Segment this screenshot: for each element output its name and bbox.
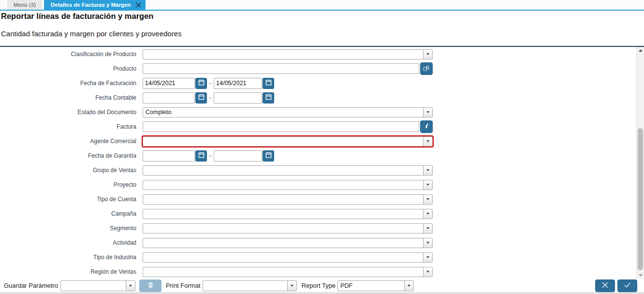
fecha-contable-to-calendar-button[interactable] xyxy=(263,92,274,103)
factura-input[interactable] xyxy=(143,121,419,132)
fecha-de-garantia-label: Fecha de Garantía xyxy=(0,152,140,159)
product-search-icon xyxy=(423,65,430,73)
save-parameter-value xyxy=(61,281,126,291)
campana-combo[interactable] xyxy=(143,209,433,219)
agente-comercial-value xyxy=(143,137,423,146)
fecha-de-garantia-to-calendar-button[interactable] xyxy=(263,150,274,162)
form-row-agente-comercial: Agente Comercial xyxy=(0,134,636,148)
producto-input[interactable] xyxy=(143,63,419,74)
chevron-down-icon[interactable] xyxy=(423,50,432,59)
vertical-scrollbar[interactable] xyxy=(636,47,644,279)
agente-comercial-combo[interactable] xyxy=(143,136,433,147)
record-search-icon xyxy=(423,123,430,131)
producto-field xyxy=(143,62,433,75)
form-row-region-de-ventas: Región de Ventas xyxy=(0,265,636,279)
report-type-combo[interactable]: PDF xyxy=(337,280,414,291)
param-form: Clasificación de ProductoProductoFecha d… xyxy=(0,47,636,279)
chevron-down-icon[interactable] xyxy=(423,253,432,262)
tab-menu[interactable]: Menú (3) xyxy=(7,0,42,10)
agente-comercial-field xyxy=(143,136,433,147)
fecha-contable-field: - xyxy=(143,92,274,103)
producto-lookup-button[interactable] xyxy=(420,62,433,75)
report-type-value: PDF xyxy=(338,281,404,291)
tipo-de-industria-combo[interactable] xyxy=(143,252,433,263)
proyecto-value xyxy=(143,180,423,190)
region-de-ventas-combo[interactable] xyxy=(143,267,433,277)
estado-del-documento-combo[interactable]: Completo xyxy=(143,107,433,118)
fecha-de-facturacion-field: - xyxy=(143,78,274,89)
tipo-de-industria-label: Tipo de Industria xyxy=(0,254,140,261)
calendar-icon xyxy=(198,93,205,102)
fecha-de-garantia-from-input[interactable] xyxy=(143,150,195,162)
factura-lookup-button[interactable] xyxy=(420,120,433,133)
chevron-down-icon[interactable] xyxy=(423,224,432,233)
scroll-down-button[interactable] xyxy=(637,274,644,277)
save-parameter-label: Guardar Parámetro xyxy=(4,282,58,289)
chevron-down-icon[interactable] xyxy=(423,209,432,219)
calendar-icon xyxy=(265,151,272,160)
tab-close-icon[interactable] xyxy=(135,2,142,8)
actividad-combo[interactable] xyxy=(143,238,433,248)
chevron-down-icon[interactable] xyxy=(423,180,432,190)
scroll-thumb[interactable] xyxy=(638,128,643,270)
fecha-de-garantia-to-input[interactable] xyxy=(214,150,262,162)
fecha-contable-from-input[interactable] xyxy=(143,92,195,103)
fecha-de-facturacion-to-input[interactable] xyxy=(214,78,262,89)
window-bottom-edge xyxy=(0,292,644,294)
fecha-de-facturacion-from-input[interactable] xyxy=(143,78,195,89)
chevron-up-icon xyxy=(639,49,643,52)
tipo-de-industria-value xyxy=(143,253,423,262)
clasificacion-de-producto-label: Clasificación de Producto xyxy=(0,51,140,58)
chevron-down-icon[interactable] xyxy=(404,281,413,291)
fecha-de-facturacion-to-calendar-button[interactable] xyxy=(263,78,274,89)
clasificacion-de-producto-combo[interactable] xyxy=(143,49,433,59)
fecha-de-facturacion-range-separator: - xyxy=(209,80,211,87)
print-format-combo[interactable] xyxy=(203,280,297,291)
grupo-de-ventas-label: Grupo de Ventas xyxy=(0,167,140,174)
chevron-down-icon[interactable] xyxy=(423,166,432,175)
ok-button[interactable] xyxy=(617,279,637,292)
fecha-contable-from-calendar-button[interactable] xyxy=(195,92,207,103)
region-de-ventas-field xyxy=(143,267,433,277)
chevron-down-icon[interactable] xyxy=(126,281,135,291)
scroll-up-button[interactable] xyxy=(637,49,644,52)
fecha-contable-to-input[interactable] xyxy=(214,92,262,103)
chevron-down-icon[interactable] xyxy=(423,137,432,146)
grupo-de-ventas-combo[interactable] xyxy=(143,165,433,176)
segmento-combo[interactable] xyxy=(143,223,433,234)
save-parameter-combo[interactable] xyxy=(60,280,135,291)
chevron-down-icon[interactable] xyxy=(423,267,432,277)
form-row-tipo-de-cuenta: Tipo de Cuenta xyxy=(0,192,636,206)
chevron-down-icon[interactable] xyxy=(287,281,296,291)
estado-del-documento-field: Completo xyxy=(143,107,433,118)
tab-active-label: Detalles de Facturas y Margen xyxy=(51,2,131,8)
form-row-tipo-de-industria: Tipo de Industria xyxy=(0,250,636,265)
cancel-button[interactable] xyxy=(595,279,615,292)
tipo-de-cuenta-combo[interactable] xyxy=(143,194,433,205)
fecha-de-facturacion-from-calendar-button[interactable] xyxy=(195,78,207,89)
tab-detalles-facturas-margen[interactable]: Detalles de Facturas y Margen xyxy=(44,0,146,10)
form-row-fecha-contable: Fecha Contable- xyxy=(0,90,636,105)
form-row-fecha-de-facturacion: Fecha de Facturación- xyxy=(0,76,636,90)
report-type-label: Report Type xyxy=(302,282,336,289)
delete-parameter-button[interactable] xyxy=(139,279,161,292)
chevron-down-icon[interactable] xyxy=(423,108,432,117)
clasificacion-de-producto-value xyxy=(143,50,423,59)
proyecto-combo[interactable] xyxy=(143,180,433,190)
segmento-value xyxy=(143,224,423,233)
calendar-icon xyxy=(265,93,272,102)
chevron-down-icon[interactable] xyxy=(423,195,432,204)
tipo-de-cuenta-label: Tipo de Cuenta xyxy=(0,196,140,203)
calendar-icon xyxy=(198,151,205,160)
actividad-field xyxy=(143,238,433,248)
form-row-factura: Factura xyxy=(0,119,636,134)
campana-value xyxy=(143,209,423,219)
chevron-down-icon[interactable] xyxy=(423,238,432,248)
actividad-label: Actividad xyxy=(0,239,140,246)
print-format-label: Print Format xyxy=(166,282,201,289)
fecha-de-garantia-from-calendar-button[interactable] xyxy=(195,150,207,162)
factura-label: Factura xyxy=(0,123,140,130)
campana-label: Campaña xyxy=(0,210,140,217)
chevron-down-icon xyxy=(639,274,643,277)
actividad-value xyxy=(143,238,423,248)
